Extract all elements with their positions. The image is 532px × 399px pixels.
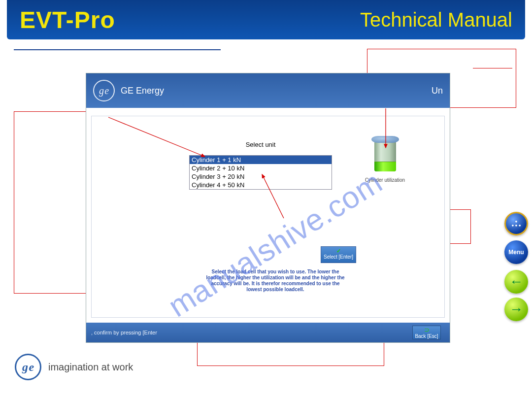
nav-prev-button[interactable]: ← [504, 270, 528, 294]
network-icon: ●● ● ● [512, 220, 521, 228]
nav-next-button[interactable]: → [504, 298, 528, 321]
app-window: g e GE Energy Un Select unit Cylinder 1 … [86, 73, 450, 343]
divider [14, 49, 221, 50]
footer-hint: , confirm by pressing [Enter [91, 330, 157, 335]
app-header-text: Un [432, 86, 443, 96]
select-unit-panel: Select unit Cylinder 1 + 1 kN Cylinder 2… [189, 141, 332, 190]
nav-menu-label: Menu [508, 249, 524, 256]
select-button-label: Select [Enter] [321, 254, 356, 260]
cylinder-fill [374, 162, 396, 171]
doc-banner: EVT-Pro Technical Manual [7, 0, 525, 39]
select-button[interactable]: ✓ Select [Enter] [321, 246, 356, 263]
list-item[interactable]: Cylinder 4 + 50 kN [190, 181, 332, 189]
app-header: g e GE Energy Un [86, 73, 450, 108]
back-button-label: Back [Esc] [413, 333, 440, 339]
check-icon: ✓ [321, 248, 356, 254]
cylinder-icon [371, 136, 399, 174]
cylinder-body [374, 141, 396, 171]
doc-banner-subtitle: Technical Manual [360, 9, 512, 31]
back-button[interactable]: ⊃ Back [Esc] [412, 326, 441, 339]
app-brand: GE Energy [121, 86, 164, 96]
app-footer: , confirm by pressing [Enter ⊃ Back [Esc… [86, 323, 450, 342]
nav-menu-button[interactable]: Menu [504, 240, 528, 264]
arrow-right-icon: → [509, 301, 523, 317]
app-body: Select unit Cylinder 1 + 1 kN Cylinder 2… [91, 116, 445, 318]
list-item[interactable]: Cylinder 1 + 1 kN [190, 156, 332, 164]
list-item[interactable]: Cylinder 3 + 20 kN [190, 172, 332, 181]
select-unit-title: Select unit [189, 141, 332, 148]
nav-network-button[interactable]: ●● ● ● [504, 212, 528, 235]
callout-tick-1 [473, 68, 512, 68]
cylinder-cap [371, 136, 399, 143]
doc-footer: g e imagination at work [15, 354, 133, 380]
ge-logo-large-icon: g e [15, 354, 41, 380]
doc-banner-title: EVT-Pro [20, 6, 115, 33]
return-icon: ⊃ [413, 326, 440, 333]
arrow-left-icon: ← [509, 274, 523, 290]
unit-listbox[interactable]: Cylinder 1 + 1 kN Cylinder 2 + 10 kN Cyl… [189, 155, 332, 190]
list-item[interactable]: Cylinder 2 + 10 kN [190, 164, 332, 172]
ge-logo-icon: g e [93, 80, 115, 101]
doc-slogan: imagination at work [48, 362, 133, 373]
